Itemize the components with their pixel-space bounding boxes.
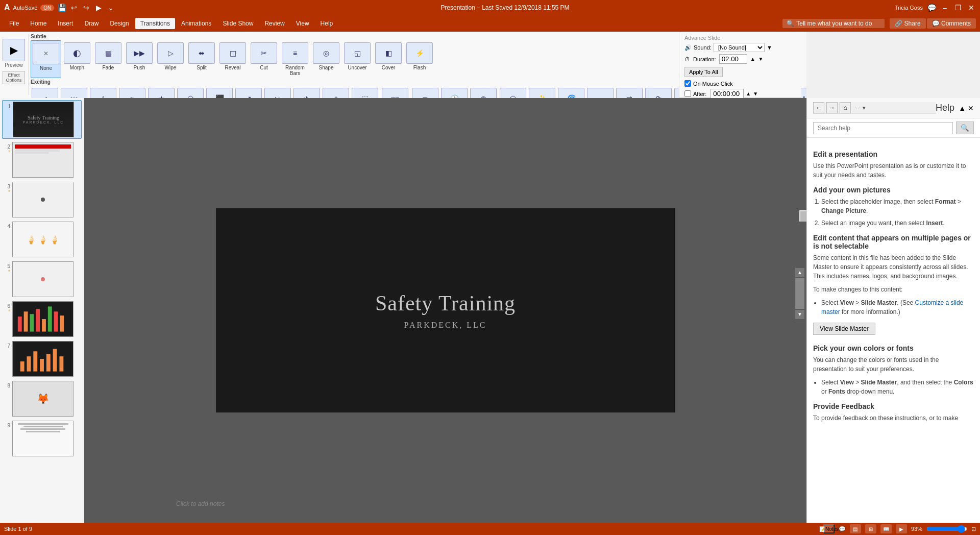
preview-button[interactable]: ▶ xyxy=(3,39,25,61)
scroll-up-btn[interactable]: ▲ xyxy=(795,268,804,277)
slideshow-btn[interactable]: ▶ xyxy=(896,524,907,533)
preview-label: Preview xyxy=(5,62,23,68)
menu-review[interactable]: Review xyxy=(259,18,289,29)
slide-panel: 1 Safety Training PARKDECK, LLC 2 * xyxy=(0,98,84,523)
after-checkbox[interactable] xyxy=(684,90,691,97)
help-dropdown-toggle[interactable]: ⋯ ▼ xyxy=(855,105,867,111)
fit-slide-btn[interactable]: ⊡ xyxy=(971,526,976,532)
redo-icon[interactable]: ↪ xyxy=(82,3,91,12)
menu-insert[interactable]: Insert xyxy=(53,18,78,29)
svg-rect-13 xyxy=(53,349,57,371)
effect-options-button[interactable]: Effect Options xyxy=(3,71,25,84)
restore-btn[interactable]: ❐ xyxy=(953,3,963,12)
duration-spinner-down[interactable]: ▼ xyxy=(758,56,764,62)
slide-thumb-4[interactable]: 4 🍦 🍦 🍦 xyxy=(2,221,82,258)
transition-reveal[interactable]: ◫ Reveal xyxy=(217,40,248,78)
reading-view-btn[interactable]: 📖 xyxy=(880,524,892,533)
duration-input[interactable] xyxy=(719,54,747,64)
slide-thumb-5[interactable]: 5 * xyxy=(2,260,82,298)
menu-home[interactable]: Home xyxy=(25,18,52,29)
tell-me-box[interactable]: 🔍 Tell me what you want to do xyxy=(782,19,885,28)
slide-img-3 xyxy=(12,182,74,217)
help-header: ← → ⌂ ⋯ ▼ Help ▲ ✕ xyxy=(807,98,980,118)
svg-rect-14 xyxy=(59,356,63,372)
notes-button[interactable]: 📝 Notes xyxy=(823,524,835,533)
share-button[interactable]: 🔗 Share xyxy=(890,18,925,29)
slide-thumb-2[interactable]: 2 * xyxy=(2,141,82,179)
click-to-add-notes[interactable]: Click to add notes xyxy=(176,500,225,507)
menu-transitions[interactable]: Transitions xyxy=(135,18,175,29)
close-btn[interactable]: ✕ xyxy=(967,3,976,12)
transition-uncover[interactable]: ◱ Uncover xyxy=(342,40,373,78)
transition-morph[interactable]: ◐ Morph xyxy=(62,40,92,78)
transition-cover[interactable]: ◧ Cover xyxy=(373,40,404,78)
slide-sorter-btn[interactable]: ⊞ xyxy=(865,524,876,533)
after-spinner-down[interactable]: ▼ xyxy=(753,91,758,96)
help-home-btn[interactable]: ⌂ xyxy=(840,102,851,113)
slide-thumb-1[interactable]: 1 Safety Training PARKDECK, LLC xyxy=(2,100,82,139)
slide-thumb-7[interactable]: 7 xyxy=(2,340,82,378)
comments-status-icon[interactable]: 💬 xyxy=(839,526,846,532)
on-mouse-click-row: On Mouse Click xyxy=(684,80,796,87)
transition-cut[interactable]: ✂ Cut xyxy=(249,40,279,78)
help-forward-btn[interactable]: → xyxy=(826,102,838,113)
apply-all-button[interactable]: Apply To All xyxy=(684,67,723,77)
chat-icon[interactable]: 💬 xyxy=(927,3,936,12)
help-close-btn[interactable]: ▲ xyxy=(959,104,966,112)
help-panel: ← → ⌂ ⋯ ▼ Help ▲ ✕ 🔍 Edit a presentation… xyxy=(806,98,980,523)
slide-thumb-3[interactable]: 3 * xyxy=(2,181,82,218)
help-search-button[interactable]: 🔍 xyxy=(956,121,974,134)
menu-slideshow[interactable]: Slide Show xyxy=(217,18,258,29)
undo-icon[interactable]: ↩ xyxy=(69,3,79,12)
transition-flash[interactable]: ⚡ Flash xyxy=(404,40,435,78)
after-spinner-up[interactable]: ▲ xyxy=(746,91,751,96)
menu-animations[interactable]: Animations xyxy=(176,18,216,29)
customize-icon[interactable]: ⌄ xyxy=(106,3,115,12)
transition-shape[interactable]: ◎ Shape xyxy=(311,40,341,78)
transition-split[interactable]: ⬌ Split xyxy=(186,40,217,78)
title-bar-left: A AutoSave ON 💾 ↩ ↪ ▶ ⌄ xyxy=(4,3,115,12)
help-add-pictures-list: Select the placeholder image, then selec… xyxy=(821,197,974,228)
help-search-input[interactable] xyxy=(813,122,953,134)
menu-file[interactable]: File xyxy=(4,18,24,29)
slide-img-4: 🍦 🍦 🍦 xyxy=(12,222,74,257)
sound-dropdown-icon[interactable]: ▼ xyxy=(767,44,772,51)
slide-thumb-6[interactable]: 6 * xyxy=(2,300,82,338)
on-mouse-click-checkbox[interactable] xyxy=(684,80,691,87)
save-icon[interactable]: 💾 xyxy=(57,3,66,12)
menu-draw[interactable]: Draw xyxy=(79,18,104,29)
menu-design[interactable]: Design xyxy=(105,18,134,29)
canvas-scroll: ▲ ▼ xyxy=(795,268,804,319)
help-close-x-btn[interactable]: ✕ xyxy=(968,104,974,112)
view-slide-master-button[interactable]: View Slide Master xyxy=(813,323,875,335)
present-icon[interactable]: ▶ xyxy=(94,3,103,12)
transition-none[interactable]: ✕ None xyxy=(31,40,61,78)
slide-thumb-8[interactable]: 8 🦊 xyxy=(2,380,82,418)
normal-view-btn[interactable]: ▤ xyxy=(850,524,861,533)
slide-thumb-9[interactable]: 9 xyxy=(2,420,82,457)
svg-rect-0 xyxy=(18,317,22,332)
help-back-btn[interactable]: ← xyxy=(813,102,824,113)
menu-help[interactable]: Help xyxy=(315,18,338,29)
sound-select[interactable]: [No Sound] xyxy=(714,43,765,52)
sound-label: Sound: xyxy=(694,44,712,51)
transition-fade[interactable]: ▦ Fade xyxy=(93,40,124,78)
duration-spinner-up[interactable]: ▲ xyxy=(750,56,755,62)
help-title: Help xyxy=(936,103,954,113)
comments-button[interactable]: 💬 Comments xyxy=(927,18,976,29)
zoom-slider[interactable] xyxy=(926,525,967,533)
duration-row: ⏱ Duration: ▲ ▼ xyxy=(684,54,796,64)
minimize-btn[interactable]: – xyxy=(940,3,949,12)
autosave-toggle[interactable]: ON xyxy=(40,5,54,11)
transition-wipe[interactable]: ▷ Wipe xyxy=(155,40,186,78)
scroll-down-btn[interactable]: ▼ xyxy=(795,310,804,319)
help-search-bar: 🔍 xyxy=(807,118,980,138)
transition-random-bars[interactable]: ≡ Random Bars xyxy=(280,40,310,78)
transition-push[interactable]: ▶▶ Push xyxy=(124,40,155,78)
svg-rect-7 xyxy=(60,315,64,331)
menu-view[interactable]: View xyxy=(291,18,314,29)
after-input[interactable] xyxy=(710,89,744,99)
help-scroll-thumb[interactable] xyxy=(800,211,806,222)
help-edit-title: Edit a presentation xyxy=(813,150,974,158)
slide-num-4: 4 xyxy=(3,224,10,229)
